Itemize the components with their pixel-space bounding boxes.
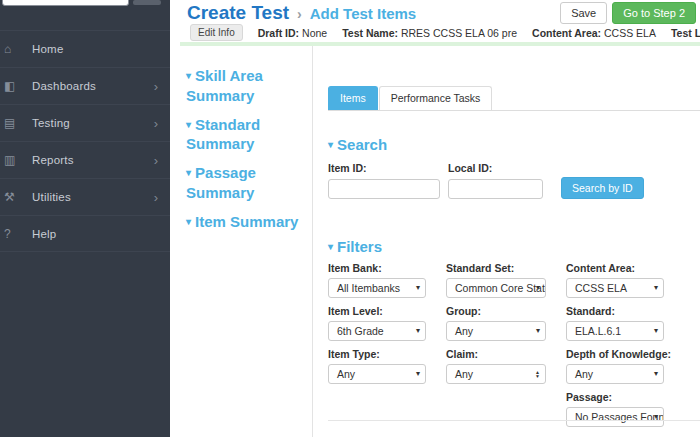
chevron-right-icon: ›: [154, 80, 158, 93]
summary-column: ▾Skill Area Summary ▾Standard Summary ▾P…: [186, 66, 302, 241]
home-icon: ⌂: [4, 42, 26, 56]
filters-heading-toggle[interactable]: ▾Filters: [328, 238, 700, 255]
sidebar-item-label: Dashboards: [32, 80, 154, 92]
go-to-step-2-button[interactable]: Go to Step 2: [612, 2, 696, 24]
test-name-label: Test Name:: [342, 27, 398, 39]
standard-filter: Standard: ELA.L.6.1▾: [566, 298, 664, 341]
sidebar-item-label: Help: [32, 228, 158, 240]
sidebar-top-cutoff-label: [133, 0, 161, 5]
item-id-field-group: Item ID:: [328, 155, 440, 199]
local-id-input[interactable]: [448, 179, 543, 199]
caret-down-icon: ▾: [186, 216, 191, 227]
tab-items[interactable]: Items: [328, 86, 378, 110]
filters-section: ▾Filters Item Bank: All Itembanks▾ Stand…: [328, 238, 700, 427]
dashboard-icon: ◧: [4, 79, 26, 93]
test-meta-row: Edit Info Draft ID: None Test Name: RRES…: [190, 24, 700, 41]
draft-id-value: None: [302, 27, 327, 39]
caret-down-icon: ▾: [536, 326, 540, 335]
content-area: Content Area: CCSS ELA: [532, 27, 656, 39]
breadcrumb-current: Add Test Items: [310, 5, 416, 22]
skill-area-summary-toggle[interactable]: ▾Skill Area Summary: [186, 66, 302, 106]
test-level: Test Level: 6th Grade: [671, 27, 700, 39]
item-bank-label: Item Bank:: [328, 262, 426, 274]
passage-label: Passage:: [566, 391, 664, 403]
test-name: Test Name: RRES CCSS ELA 06 pre: [342, 27, 517, 39]
filters-grid: Item Bank: All Itembanks▾ Standard Set: …: [328, 255, 700, 427]
search-by-id-button[interactable]: Search by ID: [561, 177, 644, 199]
search-heading-toggle[interactable]: ▾Search: [328, 136, 644, 153]
caret-down-icon: ▾: [186, 167, 191, 178]
page-title: Create Test: [187, 2, 289, 24]
claim-value: Any: [455, 368, 473, 380]
local-id-label: Local ID:: [448, 162, 543, 174]
tab-bar: Items Performance Tasks: [328, 87, 700, 111]
select-stepper-icon: ▲▼: [535, 370, 540, 378]
summary-section-label: Skill Area Summary: [186, 67, 263, 104]
standard-set-value: Common Core State St: [455, 282, 546, 294]
caret-down-icon: ▾: [536, 283, 540, 292]
sidebar-item-dashboards[interactable]: ◧ Dashboards ›: [0, 67, 170, 104]
search-section: ▾Search Item ID: Local ID: Search by ID: [328, 136, 644, 199]
passage-summary-toggle[interactable]: ▾Passage Summary: [186, 163, 302, 203]
item-id-label: Item ID:: [328, 162, 440, 174]
item-bank-value: All Itembanks: [337, 282, 400, 294]
reports-icon: ▥: [4, 153, 26, 167]
sidebar-item-label: Utilities: [32, 191, 154, 203]
caret-down-icon: ▾: [186, 70, 191, 81]
save-button[interactable]: Save: [560, 2, 607, 24]
test-level-label: Test Level:: [671, 27, 700, 39]
caret-down-icon: ▾: [654, 326, 658, 335]
item-bank-select[interactable]: All Itembanks▾: [328, 278, 426, 298]
edit-info-button[interactable]: Edit Info: [190, 24, 243, 41]
tab-performance-tasks[interactable]: Performance Tasks: [379, 86, 493, 110]
claim-select[interactable]: Any▲▼: [446, 364, 546, 384]
group-select[interactable]: Any▾: [446, 321, 546, 341]
app-screen: ⌂ Home ◧ Dashboards › ▤ Testing › ▥ Repo…: [0, 0, 700, 437]
standard-set-label: Standard Set:: [446, 262, 546, 274]
item-type-value: Any: [337, 368, 355, 380]
standard-set-select[interactable]: Common Core State St▾: [446, 278, 546, 298]
caret-down-icon: ▾: [416, 283, 420, 292]
local-id-field-group: Local ID:: [448, 155, 543, 199]
sidebar-item-reports[interactable]: ▥ Reports ›: [0, 141, 170, 178]
content-area-filter: Content Area: CCSS ELA▾: [566, 255, 664, 298]
depth-of-knowledge-filter: Depth of Knowledge: Any▾: [566, 341, 664, 384]
passage-value: No Passages Found: [575, 411, 664, 423]
group-label: Group:: [446, 305, 546, 317]
caret-down-icon: ▾: [416, 326, 420, 335]
sidebar-item-testing[interactable]: ▤ Testing ›: [0, 104, 170, 141]
content-area-label: Content Area:: [532, 27, 601, 39]
standard-select[interactable]: ELA.L.6.1▾: [566, 321, 664, 341]
sidebar-item-label: Testing: [32, 117, 154, 129]
sidebar-item-help[interactable]: ? Help: [0, 215, 170, 252]
passage-select[interactable]: No Passages Found▾: [566, 407, 664, 427]
standard-summary-toggle[interactable]: ▾Standard Summary: [186, 115, 302, 155]
content-area-select[interactable]: CCSS ELA▾: [566, 278, 664, 298]
filters-heading-label: Filters: [337, 238, 382, 255]
content-area-filter-label: Content Area:: [566, 262, 664, 274]
item-summary-toggle[interactable]: ▾Item Summary: [186, 212, 302, 232]
content-area-filter-value: CCSS ELA: [575, 282, 627, 294]
caret-down-icon: ▾: [328, 241, 333, 252]
item-id-input[interactable]: [328, 179, 440, 199]
sidebar-item-label: Home: [32, 43, 158, 55]
sidebar: ⌂ Home ◧ Dashboards › ▤ Testing › ▥ Repo…: [0, 0, 170, 437]
item-level-label: Item Level:: [328, 305, 426, 317]
depth-of-knowledge-select[interactable]: Any▾: [566, 364, 664, 384]
content-area-value: CCSS ELA: [604, 27, 656, 39]
item-level-select[interactable]: 6th Grade▾: [328, 321, 426, 341]
sidebar-top-cutoff-input[interactable]: [2, 0, 129, 6]
draft-id-label: Draft ID:: [258, 27, 299, 39]
depth-of-knowledge-value: Any: [575, 368, 593, 380]
sidebar-item-utilities[interactable]: ⚒ Utilities ›: [0, 178, 170, 215]
group-value: Any: [455, 325, 473, 337]
testing-icon: ▤: [4, 116, 26, 130]
item-type-select[interactable]: Any▾: [328, 364, 426, 384]
sidebar-item-label: Reports: [32, 154, 154, 166]
utilities-icon: ⚒: [4, 190, 26, 204]
standard-label: Standard:: [566, 305, 664, 317]
header-actions: Save Go to Step 2: [560, 2, 696, 24]
caret-down-icon: ▾: [328, 139, 333, 150]
sidebar-item-home[interactable]: ⌂ Home: [0, 30, 170, 67]
search-fields: Item ID: Local ID: Search by ID: [328, 155, 644, 199]
